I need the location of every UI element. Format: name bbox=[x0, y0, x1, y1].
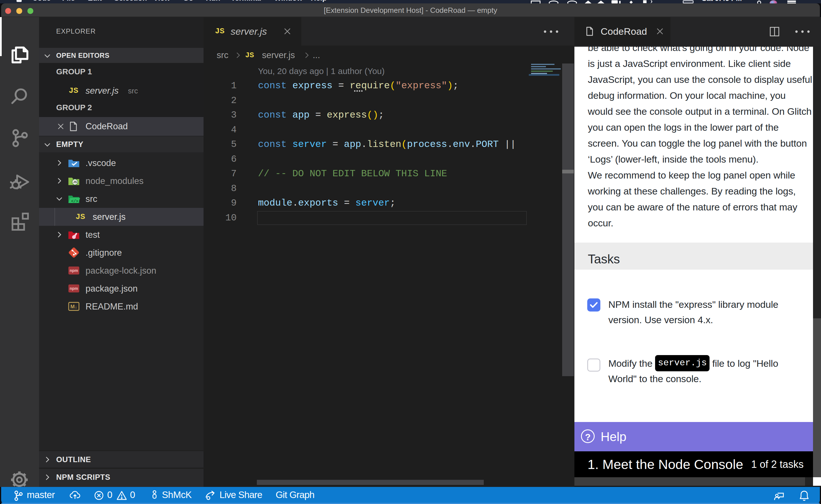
svg-text:</>: </> bbox=[71, 199, 78, 204]
svg-text:npm: npm bbox=[70, 286, 78, 291]
svg-text:npm: npm bbox=[70, 268, 78, 273]
svg-text:M↓: M↓ bbox=[70, 304, 77, 310]
svg-text:JS: JS bbox=[73, 180, 77, 184]
